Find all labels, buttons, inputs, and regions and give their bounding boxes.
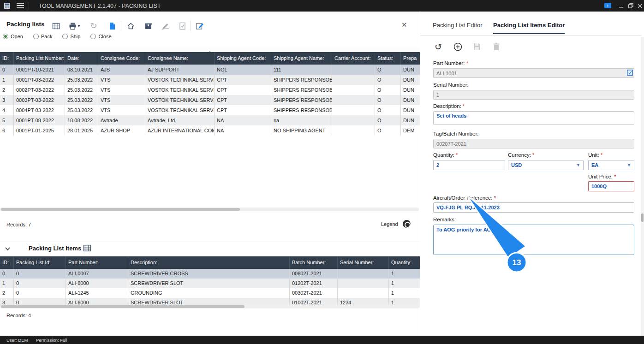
table-cell — [338, 279, 389, 288]
table-cell: NO SHIPPING AGENT — [271, 125, 332, 136]
unit-select[interactable]: EA▼ — [588, 160, 634, 170]
hamburger-menu-icon[interactable] — [17, 3, 24, 9]
table-row[interactable]: 50001PT-08-202218.08.2022AvtradeAvtrade,… — [0, 115, 420, 125]
table-cell: VTS — [98, 75, 145, 85]
column-header[interactable]: Serial Number: — [338, 256, 389, 269]
table-cell: DUN — [401, 75, 420, 85]
column-header[interactable]: Batch Number: — [290, 256, 338, 269]
unit-label: Unit:* — [588, 152, 602, 158]
close-window-button[interactable] — [636, 2, 644, 10]
undo-icon[interactable]: ↺ — [433, 42, 443, 52]
column-header[interactable]: Carrier Account: — [332, 52, 375, 65]
signature-icon[interactable] — [161, 21, 171, 31]
filter-radio-open[interactable]: Open — [3, 33, 23, 40]
column-header[interactable]: Consignee Code: — [98, 52, 145, 65]
tab-packing-list-editor[interactable]: Packing List Editor — [433, 22, 483, 33]
titlebar-separator — [29, 2, 29, 10]
table-cell: 0 — [14, 269, 66, 279]
filter-radio-ship[interactable]: Ship — [62, 33, 80, 40]
filter-radio-close[interactable]: Close — [90, 33, 111, 40]
table-cell: O — [375, 95, 401, 105]
table-cell: 25.03.2022 — [65, 105, 98, 115]
table-header-row: ID:Packing List Number:Date:Consignee Co… — [0, 52, 420, 65]
table-row[interactable]: 00ALI-0007SCREWDRIVER CROSS00802T-20211 — [0, 269, 420, 279]
currency-select[interactable]: USD▼ — [508, 160, 584, 170]
table-row[interactable]: 00001PT-10-202108.10.2021AJSAJ SUPPORTNG… — [0, 65, 420, 75]
serial-number-field[interactable] — [433, 90, 634, 100]
toolbar-separator — [190, 21, 191, 31]
table-row[interactable]: 20ALI-1245GROUNDING00302T-20211 — [0, 288, 420, 298]
close-panel-icon[interactable]: ✕ — [401, 21, 407, 29]
table-cell — [338, 269, 389, 279]
save-icon[interactable] — [472, 42, 482, 52]
table-row[interactable]: 10001PT-03-202225.03.2022VTSVOSTOK TECHN… — [0, 75, 420, 85]
refresh-icon[interactable]: ↻ — [89, 21, 99, 31]
table-cell: SHIPPERS RESPONSOBILITY — [271, 105, 332, 115]
remarks-field[interactable]: To AOG priority for AC repair — [433, 225, 634, 255]
add-item-icon[interactable] — [453, 42, 463, 52]
scrollbar-thumb[interactable] — [1, 208, 240, 211]
packing-lists-title: Packing lists — [6, 21, 45, 28]
delete-icon[interactable] — [491, 42, 501, 52]
tag-batch-number-field[interactable] — [433, 139, 634, 148]
column-header[interactable]: Part Number: — [66, 256, 128, 269]
table-cell: 2 — [0, 288, 14, 298]
horizontal-scrollbar[interactable] — [0, 305, 419, 308]
table-row[interactable]: 40004PT-03-202225.03.2022VTSVOSTOK TECHN… — [0, 105, 420, 115]
scrollbar-thumb[interactable] — [1, 305, 244, 308]
table-row[interactable]: 10ALI-8000SCREWDRIVER SLOT01202T-20211 — [0, 279, 420, 288]
table-cell: 0001PT-10-2021 — [14, 65, 65, 75]
aircraft-order-reference-field[interactable] — [433, 202, 634, 213]
table-cell — [332, 125, 375, 136]
scroll-up-button[interactable]: ▲ — [0, 47, 420, 52]
column-header[interactable]: Quantity: — [389, 256, 420, 269]
column-header[interactable]: Consignee Name: — [145, 52, 215, 65]
legend-icon[interactable] — [403, 220, 411, 228]
table-cell: 0003PT-03-2022 — [14, 95, 65, 105]
unit-price-field[interactable] — [588, 181, 634, 191]
quantity-field[interactable] — [433, 160, 505, 170]
table-row[interactable]: 20002PT-03-202225.03.2022VTSVOSTOK TECHN… — [0, 85, 420, 95]
table-cell: Avtrade — [98, 115, 145, 125]
notification-icon[interactable]: ! — [603, 2, 612, 10]
description-field[interactable] — [433, 111, 634, 125]
chevron-down-icon: ▼ — [627, 163, 631, 167]
items-grid-icon[interactable] — [83, 244, 91, 252]
column-header[interactable]: ID: — [0, 52, 14, 65]
edit-icon[interactable] — [195, 21, 205, 31]
home-icon[interactable] — [125, 21, 136, 31]
column-header[interactable]: Packing List Number: — [14, 52, 65, 65]
packing-list-items-section: Packing List Items — [0, 242, 420, 255]
scrollbar-thumb[interactable] — [641, 214, 644, 222]
part-number-field[interactable] — [433, 68, 634, 78]
column-header[interactable]: Shipping Agent Code: — [215, 52, 271, 65]
table-cell: 25.03.2022 — [65, 95, 98, 105]
column-header[interactable]: Packing List Id: — [14, 256, 66, 269]
description-label: Description:* — [433, 103, 465, 109]
column-header[interactable]: Date: — [65, 52, 98, 65]
table-cell: CPT — [215, 85, 271, 95]
table-row[interactable]: 30003PT-03-202225.03.2022VTSVOSTOK TECHN… — [0, 95, 420, 105]
column-header[interactable]: Description: — [128, 256, 290, 269]
grid-view-icon[interactable] — [51, 21, 61, 31]
column-header[interactable]: Prepa — [401, 52, 420, 65]
column-header[interactable]: Shipping Agent Name: — [271, 52, 332, 65]
print-dropdown-caret-icon[interactable]: ▼ — [77, 24, 81, 28]
document-check-icon[interactable] — [177, 21, 187, 31]
part-number-lookup-icon[interactable] — [627, 70, 633, 76]
column-header[interactable]: ID: — [0, 256, 14, 269]
vertical-scrollbar[interactable] — [641, 37, 644, 336]
filter-radio-pack[interactable]: Pack — [33, 33, 52, 40]
horizontal-scrollbar[interactable] — [0, 208, 419, 211]
column-header[interactable]: Status: — [375, 52, 401, 65]
restore-button[interactable] — [626, 2, 635, 10]
tab-packing-list-items-editor[interactable]: Packing List Items Editor — [493, 22, 565, 34]
table-row[interactable]: 60001PT-01-202528.01.2025AZUR SHOPAZUR I… — [0, 125, 420, 136]
minimize-button[interactable] — [617, 2, 626, 10]
table-cell: 1 — [389, 288, 420, 298]
collapse-chevron-icon[interactable] — [5, 246, 11, 252]
print-icon[interactable]: ▼ — [67, 21, 82, 31]
new-document-icon[interactable] — [107, 21, 117, 31]
radio-icon — [3, 34, 8, 39]
package-icon[interactable] — [143, 21, 153, 31]
